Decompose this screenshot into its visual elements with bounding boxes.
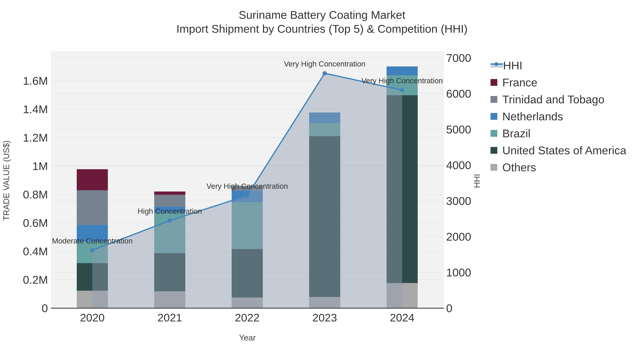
- legend-color-swatch: [490, 79, 497, 86]
- legend-color-swatch: [490, 164, 497, 171]
- y-left-tick-label: 0.2M: [23, 274, 48, 286]
- figure: 00.2M0.4M0.6M0.8M1M1.2M1.4M1.6M010002000…: [0, 0, 644, 362]
- y-axis-title-left: TRADE VALUE (US$): [2, 127, 12, 234]
- x-tick-label-2024: 2024: [390, 311, 414, 324]
- bar-segment-france-2020: [77, 169, 108, 190]
- annotation-2020: Moderate Concentration: [52, 237, 133, 245]
- bar-segment-netherlands-2024: [386, 66, 418, 75]
- x-tick-label-2022: 2022: [235, 311, 260, 324]
- bar-segment-france-2021: [154, 191, 185, 195]
- x-tick-label-2020: 2020: [80, 311, 105, 324]
- x-tick-label-2023: 2023: [312, 311, 337, 324]
- bar-segment-trinidad-and-tobago-2021: [154, 195, 185, 207]
- y-right-tick-label: 0: [446, 302, 452, 315]
- bar-segment-trinidad-and-tobago-2020: [77, 190, 108, 225]
- legend-color-swatch: [490, 147, 497, 154]
- legend-label: Brazil: [502, 127, 530, 140]
- y-right-tick-label: 6000: [446, 87, 471, 100]
- legend-color-swatch: [490, 113, 497, 120]
- y-right-tick-label: 1000: [446, 266, 471, 279]
- legend-hhi-marker-dot: [494, 62, 498, 66]
- y-right-tick-label: 5000: [446, 123, 471, 136]
- plot-area: 00.2M0.4M0.6M0.8M1M1.2M1.4M1.6M010002000…: [0, 0, 644, 362]
- legend-item-hhi[interactable]: HHI: [490, 57, 626, 74]
- hhi-point-2020: [90, 248, 94, 252]
- legend: HHIFranceTrinidad and TobagoNetherlandsB…: [490, 57, 626, 176]
- y-left-tick-label: 0.8M: [23, 188, 48, 201]
- annotation-2022: Very High Concentration: [206, 182, 288, 190]
- x-tick-label-2021: 2021: [158, 311, 182, 324]
- legend-label: Netherlands: [502, 110, 563, 123]
- annotation-2023: Very High Concentration: [284, 60, 365, 68]
- y-left-tick-label: 0: [42, 302, 48, 315]
- y-axis-title-right: HHI: [472, 163, 482, 199]
- hhi-point-2024: [400, 88, 404, 92]
- legend-label: HHI: [503, 59, 522, 72]
- y-left-tick-label: 1.4M: [23, 103, 48, 115]
- chart-subtitle: Import Shipment by Countries (Top 5) & C…: [0, 22, 644, 36]
- y-left-tick-label: 0.6M: [23, 217, 48, 229]
- y-left-tick-label: 0.4M: [23, 245, 48, 258]
- y-left-tick-label: 1.6M: [23, 74, 48, 87]
- legend-color-swatch: [490, 96, 497, 103]
- legend-label: Trinidad and Tobago: [502, 93, 604, 106]
- legend-item-united-states-of-america[interactable]: United States of America: [490, 142, 626, 159]
- legend-color-swatch: [490, 130, 497, 137]
- chart-title-block: Suriname Battery Coating Market Import S…: [0, 8, 644, 36]
- legend-item-france[interactable]: France: [490, 74, 626, 91]
- legend-item-others[interactable]: Others: [490, 159, 626, 176]
- legend-label: United States of America: [502, 144, 626, 157]
- hhi-point-2023: [322, 71, 327, 75]
- legend-label: France: [502, 76, 538, 89]
- annotation-2021: High Concentration: [138, 207, 202, 215]
- legend-label: Others: [502, 161, 536, 174]
- y-left-tick-label: 1M: [32, 160, 48, 172]
- y-right-tick-label: 4000: [446, 159, 471, 171]
- annotation-2024: Very High Concentration: [361, 76, 443, 85]
- hhi-point-2021: [168, 218, 172, 223]
- x-axis-title: Year: [212, 333, 283, 343]
- y-right-tick-label: 2000: [446, 230, 471, 243]
- legend-hhi-line-swatch: [490, 63, 503, 68]
- y-right-tick-label: 3000: [446, 195, 471, 207]
- chart-title: Suriname Battery Coating Market: [0, 8, 644, 22]
- y-right-tick-label: 7000: [446, 52, 471, 64]
- legend-item-trinidad-and-tobago[interactable]: Trinidad and Tobago: [490, 91, 626, 108]
- hhi-point-2022: [245, 193, 249, 198]
- legend-item-brazil[interactable]: Brazil: [490, 125, 626, 142]
- legend-item-netherlands[interactable]: Netherlands: [490, 108, 626, 125]
- y-left-tick-label: 1.2M: [23, 131, 48, 144]
